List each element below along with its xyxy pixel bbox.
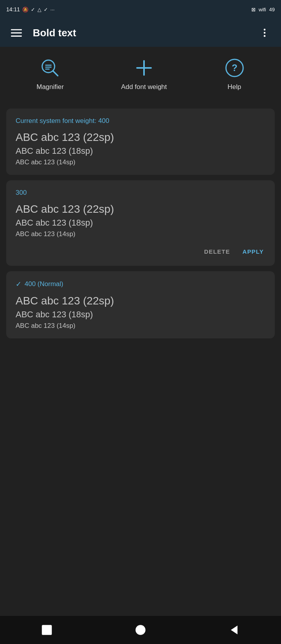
check-icon: ✓ xyxy=(16,280,21,288)
help-button[interactable]: ? Help xyxy=(224,58,245,91)
notif-icon-1: 🔕 xyxy=(22,7,28,12)
home-button[interactable] xyxy=(128,618,153,642)
apply-300-button[interactable]: APPLY xyxy=(241,246,265,257)
delete-300-button[interactable]: DELETE xyxy=(203,246,231,257)
system-preview-14: ABC abc 123 (14sp) xyxy=(16,158,265,166)
font-weight-400-label: 400 (Normal) xyxy=(25,280,63,288)
help-label: Help xyxy=(228,83,241,91)
magnifier-label: Magnifier xyxy=(36,83,64,91)
svg-rect-15 xyxy=(42,625,52,635)
font-weight-300-card: 300 ABC abc 123 (22sp) ABC abc 123 (18sp… xyxy=(6,180,275,266)
font-weight-400-card: ✓ 400 (Normal) ABC abc 123 (22sp) ABC ab… xyxy=(6,271,275,338)
wifi-icon: wifi xyxy=(259,7,266,12)
system-font-header-text: Current system font weight: 400 xyxy=(16,117,109,125)
more-options-button[interactable] xyxy=(256,24,273,41)
system-font-card: Current system font weight: 400 ABC abc … xyxy=(6,109,275,175)
add-font-weight-button[interactable]: Add font weight xyxy=(121,58,167,91)
font-weight-400-preview-22: ABC abc 123 (22sp) xyxy=(16,295,265,307)
font-weight-400-header: ✓ 400 (Normal) xyxy=(16,280,265,288)
status-bar: 14:11 🔕 ✓ △ ✓ ··· ⊠ wifi 49 xyxy=(0,0,281,19)
card-300-actions: DELETE APPLY xyxy=(16,246,265,257)
notif-icon-3: △ xyxy=(37,7,41,12)
font-weight-300-preview-18: ABC abc 123 (18sp) xyxy=(16,218,265,228)
font-weight-400-preview-18: ABC abc 123 (18sp) xyxy=(16,310,265,320)
page-title: Bold text xyxy=(33,27,248,39)
font-weight-300-header: 300 xyxy=(16,189,265,197)
recents-button[interactable] xyxy=(35,618,59,642)
bottom-nav xyxy=(0,616,281,644)
svg-rect-2 xyxy=(11,36,22,37)
system-preview-22: ABC abc 123 (22sp) xyxy=(16,131,265,144)
notif-icon-4: ✓ xyxy=(44,7,48,12)
toolbar-section: Magnifier Add font weight ? Help xyxy=(0,47,281,104)
font-weight-400-preview-14: ABC abc 123 (14sp) xyxy=(16,322,265,330)
battery-percent: 49 xyxy=(269,7,275,12)
svg-rect-1 xyxy=(11,32,22,34)
status-time: 14:11 xyxy=(6,6,20,12)
back-button[interactable] xyxy=(222,618,246,642)
status-left: 14:11 🔕 ✓ △ ✓ ··· xyxy=(6,6,55,12)
svg-point-3 xyxy=(264,29,266,31)
notif-icon-5: ··· xyxy=(50,7,55,12)
svg-rect-0 xyxy=(11,29,22,30)
font-weight-300-preview-22: ABC abc 123 (22sp) xyxy=(16,203,265,215)
notif-icon-2: ✓ xyxy=(31,7,35,12)
svg-point-4 xyxy=(264,32,266,34)
help-icon: ? xyxy=(224,58,245,78)
font-weight-300-label: 300 xyxy=(16,189,27,197)
svg-marker-18 xyxy=(231,626,238,635)
system-preview-18: ABC abc 123 (18sp) xyxy=(16,146,265,156)
svg-text:?: ? xyxy=(231,62,237,73)
menu-button[interactable] xyxy=(8,24,25,41)
svg-point-5 xyxy=(264,35,266,37)
svg-point-17 xyxy=(139,628,142,632)
add-font-label: Add font weight xyxy=(121,83,167,91)
status-right: ⊠ wifi 49 xyxy=(251,7,275,12)
font-weight-300-preview-14: ABC abc 123 (14sp) xyxy=(16,230,265,238)
magnifier-icon xyxy=(40,58,60,78)
svg-line-10 xyxy=(53,71,58,76)
system-font-header: Current system font weight: 400 xyxy=(16,117,265,125)
battery-icon: ⊠ xyxy=(251,7,256,12)
add-icon xyxy=(134,58,154,78)
app-bar: Bold text xyxy=(0,19,281,47)
main-content: Current system font weight: 400 ABC abc … xyxy=(0,104,281,616)
magnifier-button[interactable]: Magnifier xyxy=(36,58,64,91)
